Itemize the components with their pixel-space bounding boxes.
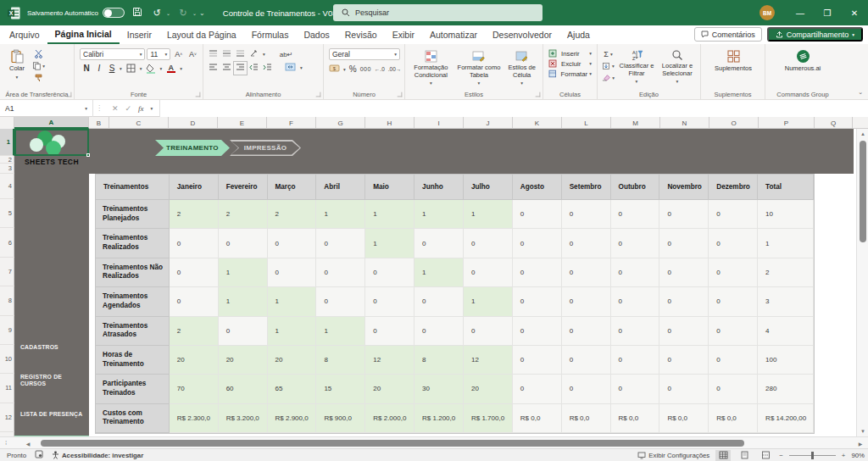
orientation-icon[interactable] — [249, 49, 259, 59]
ribbon-tab-layout-da-pagina[interactable]: Layout da Página — [159, 25, 244, 44]
table-cell[interactable]: 2 — [268, 200, 317, 229]
number-dialog-launcher[interactable] — [398, 92, 403, 97]
clipboard-dialog-launcher[interactable] — [67, 92, 72, 97]
table-cell[interactable]: 0 — [611, 375, 660, 403]
table-cell[interactable]: 280 — [758, 375, 814, 403]
table-row-label[interactable]: Treinamentos Atrasados — [96, 317, 170, 346]
table-cell[interactable]: 0 — [709, 229, 758, 258]
close-button[interactable]: ✕ — [841, 0, 868, 25]
borders-icon[interactable] — [125, 63, 137, 74]
paste-button[interactable]: Colar ▾ — [2, 47, 32, 83]
table-cell[interactable]: 0 — [562, 317, 611, 346]
vertical-scroll-thumb[interactable] — [860, 141, 866, 242]
formula-input[interactable] — [160, 100, 868, 117]
cell-styles-button[interactable]: Estilos de Célula▾ — [504, 47, 541, 86]
clear-icon[interactable]: ▾ — [602, 72, 615, 83]
sidebar-item-lista-de-presenca[interactable]: LISTA DE PRESENÇA — [14, 407, 89, 422]
ribbon-tab-dados[interactable]: Dados — [296, 25, 337, 44]
sidebar-item-cadastros[interactable]: CADASTROS — [14, 340, 89, 355]
merge-caret[interactable]: ▾ — [300, 65, 303, 70]
align-middle-icon[interactable] — [222, 50, 231, 59]
selected-cell-a1[interactable] — [14, 129, 89, 156]
font-family-select[interactable]: Calibri▾ — [80, 48, 145, 60]
document-title[interactable]: Controle de Treinamentos - V08 ⌄ — [223, 8, 343, 18]
table-row-label[interactable]: Treinamentos Planejados — [96, 200, 170, 229]
table-cell[interactable]: R$ 2.300,0 — [170, 404, 219, 433]
search-input[interactable]: Pesquisar — [333, 4, 542, 21]
accounting-caret[interactable]: ▾ — [343, 67, 346, 72]
table-cell[interactable]: 10 — [758, 200, 814, 229]
row-header-11[interactable]: 11 — [0, 374, 14, 403]
borders-caret[interactable]: ▾ — [140, 66, 142, 71]
align-top-icon[interactable] — [209, 50, 218, 59]
table-cell[interactable]: R$ 1.200,0 — [415, 404, 464, 433]
tab-treinamento[interactable]: TREINAMENTO — [155, 140, 230, 156]
table-cell[interactable]: 20 — [170, 346, 219, 375]
column-header-p[interactable]: P — [759, 117, 815, 129]
save-icon[interactable] — [131, 7, 144, 19]
table-cell[interactable]: 0 — [365, 317, 415, 346]
table-cell[interactable]: 1 — [268, 317, 317, 346]
ribbon-tab-formulas[interactable]: Fórmulas — [244, 25, 297, 44]
column-header-q[interactable]: Q — [815, 117, 853, 129]
merge-center-icon[interactable] — [285, 63, 296, 73]
zoom-out-icon[interactable]: − — [779, 452, 783, 459]
table-cell[interactable]: 0 — [365, 258, 415, 287]
restore-button[interactable]: ❐ — [814, 0, 841, 25]
table-cell[interactable]: 0 — [611, 200, 660, 229]
undo-icon[interactable]: ↺ — [150, 8, 164, 19]
table-cell[interactable]: 0 — [562, 287, 611, 316]
table-cell[interactable]: 60 — [219, 375, 268, 403]
table-cell[interactable]: 0 — [464, 258, 513, 287]
table-cell[interactable]: 70 — [170, 375, 219, 403]
table-cell[interactable]: 20 — [464, 375, 513, 403]
table-cell[interactable]: 0 — [611, 258, 660, 287]
table-row-label[interactable]: Participantes Treinados — [96, 375, 170, 403]
font-dialog-launcher[interactable] — [196, 92, 201, 97]
column-header-i[interactable]: I — [415, 117, 464, 129]
table-cell[interactable]: 0 — [659, 375, 709, 403]
pane-split-grip[interactable]: ⁞ — [5, 439, 6, 447]
table-cell[interactable]: 0 — [513, 375, 562, 403]
accessibility-status[interactable]: Acessibilidade: investigar — [52, 451, 143, 459]
table-cell[interactable]: 0 — [562, 229, 611, 258]
table-cell[interactable]: 0 — [709, 346, 758, 375]
table-cell[interactable]: 30 — [415, 375, 464, 403]
copy-icon[interactable]: ▾ — [32, 60, 45, 71]
table-cell[interactable]: 0 — [170, 229, 219, 258]
table-cell[interactable]: 0 — [659, 287, 709, 316]
format-as-table-button[interactable]: Formatar como Tabela▾ — [455, 47, 503, 86]
display-settings-button[interactable]: Exibir Configurações — [637, 452, 709, 459]
table-cell[interactable]: 0 — [611, 287, 660, 316]
table-cell[interactable]: 0 — [659, 229, 709, 258]
zoom-slider[interactable] — [789, 455, 836, 456]
bold-button[interactable]: N — [81, 64, 92, 73]
table-cell[interactable]: 0 — [219, 229, 268, 258]
table-cell[interactable]: 0 — [611, 229, 660, 258]
table-cell[interactable]: 2 — [170, 200, 219, 229]
wrap-text-icon[interactable]: ab↵ — [280, 51, 293, 58]
alignment-dialog-launcher[interactable] — [316, 92, 321, 97]
table-cell[interactable]: 8 — [415, 346, 464, 375]
table-cell[interactable]: 0 — [415, 229, 464, 258]
table-cell[interactable]: 12 — [365, 346, 415, 375]
table-cell[interactable]: 0 — [513, 287, 562, 316]
decrease-decimal-icon[interactable]: .00→ — [388, 66, 402, 72]
ribbon-tab-inserir[interactable]: Inserir — [120, 25, 159, 44]
zoom-in-icon[interactable]: + — [842, 452, 846, 459]
ribbon-tab-exibir[interactable]: Exibir — [385, 25, 422, 44]
vertical-scrollbar[interactable]: ▲ ▼ — [856, 129, 868, 436]
table-cell[interactable]: 2 — [219, 200, 268, 229]
table-cell[interactable]: R$ 3.200,0 — [219, 404, 268, 433]
underline-button[interactable]: S — [107, 64, 117, 73]
table-cell[interactable]: 0 — [365, 287, 415, 316]
table-cell[interactable]: 1 — [415, 258, 464, 287]
table-row-label[interactable]: Custos com Treinamento — [96, 404, 170, 433]
table-cell[interactable]: 4 — [758, 317, 814, 346]
sidebar-item-registro-de-cursos[interactable]: REGISTRO DE CURSOS — [14, 373, 89, 388]
table-cell[interactable]: 0 — [464, 317, 513, 346]
font-size-select[interactable]: 11▾ — [147, 48, 170, 60]
view-page-break-button[interactable] — [758, 450, 773, 461]
minimize-button[interactable]: — — [787, 0, 814, 25]
table-cell[interactable]: 20 — [268, 346, 317, 375]
